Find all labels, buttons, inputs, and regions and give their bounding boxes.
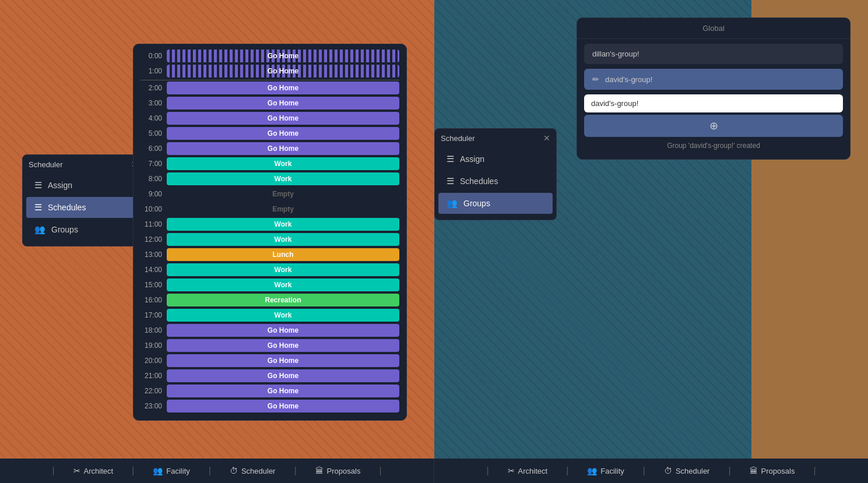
left-architect-item[interactable]: ✂ Architect xyxy=(69,466,118,475)
edit-icon[interactable]: ✏ xyxy=(592,75,599,84)
left-facility-item[interactable]: 👥 Facility xyxy=(148,466,194,475)
left-sep-4: | xyxy=(294,466,296,476)
schedule-block[interactable]: Go Home xyxy=(167,400,399,413)
left-sep-2: | xyxy=(132,466,134,476)
schedule-block[interactable]: Go Home xyxy=(167,339,399,352)
right-scheduler-label: Scheduler xyxy=(676,467,710,475)
right-sep-2: | xyxy=(566,466,568,476)
left-sep-5: | xyxy=(379,466,381,476)
left-proposals-item[interactable]: 🏛 Proposals xyxy=(311,466,366,475)
schedule-block[interactable]: Work xyxy=(167,309,399,322)
left-architect-label: Architect xyxy=(84,467,114,475)
left-scheduler-icon: ⏱ xyxy=(230,466,238,475)
schedule-block[interactable]: Go Home xyxy=(167,142,399,155)
right-scheduler-icon: ⏱ xyxy=(664,466,672,475)
left-proposals-icon: 🏛 xyxy=(315,466,324,475)
right-scheduler-header: Scheduler ✕ xyxy=(435,129,556,147)
right-architect-item[interactable]: ✂ Architect xyxy=(503,466,553,475)
schedules-icon: ☰ xyxy=(34,202,42,213)
schedule-block[interactable]: Recreation xyxy=(167,294,399,306)
schedule-row: 0:00Go Home xyxy=(140,49,399,63)
schedule-block[interactable]: Work xyxy=(167,278,399,291)
time-label: 15:00 xyxy=(140,281,167,289)
schedule-block[interactable]: Go Home xyxy=(167,65,399,77)
time-label: 11:00 xyxy=(140,220,167,228)
time-label: 14:00 xyxy=(140,266,167,274)
schedule-block[interactable]: Work xyxy=(167,157,399,170)
group-name-input[interactable] xyxy=(591,99,836,108)
time-label: 12:00 xyxy=(140,235,167,244)
group-item-dillan[interactable]: dillan's-group! xyxy=(584,44,843,64)
time-label: 23:00 xyxy=(140,402,167,410)
left-architect-icon: ✂ xyxy=(73,466,80,475)
right-proposals-label: Proposals xyxy=(761,467,795,475)
schedule-block[interactable]: Work xyxy=(167,218,399,231)
schedule-row: 21:00Go Home xyxy=(140,369,399,383)
schedule-block[interactable]: Go Home xyxy=(167,82,399,94)
right-scheduler-item[interactable]: ⏱ Scheduler xyxy=(659,466,715,475)
schedule-block[interactable]: Go Home xyxy=(167,112,399,125)
time-label: 2:00 xyxy=(140,84,167,92)
time-label: 13:00 xyxy=(140,251,167,259)
schedule-row: 9:00Empty xyxy=(140,187,399,201)
schedule-row: 14:00Work xyxy=(140,263,399,277)
left-menu-schedules[interactable]: ☰ Schedules xyxy=(26,197,140,218)
time-label: 1:00 xyxy=(140,67,167,75)
schedule-block[interactable]: Go Home xyxy=(167,127,399,140)
groups-status-message: Group 'david's-group!' created xyxy=(577,142,850,150)
schedule-block[interactable]: Go Home xyxy=(167,97,399,110)
time-label: 19:00 xyxy=(140,341,167,350)
left-scheduler-item[interactable]: ⏱ Scheduler xyxy=(225,466,280,475)
right-scheduler-close[interactable]: ✕ xyxy=(543,133,550,143)
time-label: 22:00 xyxy=(140,387,167,395)
schedule-block[interactable]: Go Home xyxy=(167,385,399,397)
left-menu-groups-label: Groups xyxy=(51,225,78,234)
schedule-block[interactable]: Go Home xyxy=(167,369,399,382)
left-scheduler-sidebar: Scheduler ✕ ☰ Assign ☰ Schedules 👥 Group… xyxy=(22,154,145,246)
time-label: 5:00 xyxy=(140,129,167,138)
groups-icon: 👥 xyxy=(34,224,45,235)
right-menu-assign[interactable]: ☰ Assign xyxy=(438,149,553,170)
right-sep-1: | xyxy=(486,466,489,476)
time-label: 6:00 xyxy=(140,144,167,153)
time-label: 7:00 xyxy=(140,160,167,168)
right-proposals-item[interactable]: 🏛 Proposals xyxy=(745,466,800,475)
schedule-row: 19:00Go Home xyxy=(140,339,399,352)
group-item-david[interactable]: ✏ david's-group! xyxy=(584,69,843,90)
schedule-block[interactable]: Go Home xyxy=(167,50,399,62)
schedule-row: 15:00Work xyxy=(140,278,399,292)
right-groups-icon: 👥 xyxy=(447,198,458,209)
assign-icon: ☰ xyxy=(34,180,42,191)
group-david-name: david's-group! xyxy=(605,75,652,84)
schedule-row: 3:00Go Home xyxy=(140,96,399,110)
right-facility-item[interactable]: 👥 Facility xyxy=(582,466,628,475)
schedule-block[interactable]: Empty xyxy=(167,203,399,216)
schedule-grid: 0:00Go Home1:00Go Home2:00Go Home3:00Go … xyxy=(133,44,406,414)
schedule-block[interactable]: Go Home xyxy=(167,354,399,367)
time-label: 9:00 xyxy=(140,190,167,198)
right-menu-schedules-label: Schedules xyxy=(460,177,498,186)
schedule-row: 10:00Empty xyxy=(140,202,399,216)
left-facility-icon: 👥 xyxy=(153,466,163,475)
schedule-block[interactable]: Go Home xyxy=(167,324,399,337)
bottom-bar: | ✂ Architect | 👥 Facility | ⏱ Scheduler… xyxy=(0,459,868,483)
schedule-row: 12:00Work xyxy=(140,232,399,246)
schedule-block[interactable]: Work xyxy=(167,263,399,276)
schedule-row: 2:00Go Home xyxy=(140,81,399,95)
schedule-block[interactable]: Lunch xyxy=(167,248,399,261)
schedule-block[interactable]: Work xyxy=(167,233,399,246)
left-menu-assign-label: Assign xyxy=(48,181,72,190)
schedule-row: 22:00Go Home xyxy=(140,384,399,398)
group-dillan-name: dillan's-group! xyxy=(592,50,639,58)
right-menu-schedules[interactable]: ☰ Schedules xyxy=(438,171,553,192)
add-icon: ⊕ xyxy=(709,119,718,132)
left-menu-assign[interactable]: ☰ Assign xyxy=(26,175,140,196)
right-schedules-icon: ☰ xyxy=(447,176,454,186)
groups-add-button[interactable]: ⊕ xyxy=(584,115,843,137)
left-menu-groups[interactable]: 👥 Groups xyxy=(26,219,140,240)
right-facility-label: Facility xyxy=(600,467,624,475)
schedule-block[interactable]: Work xyxy=(167,172,399,185)
left-menu-schedules-label: Schedules xyxy=(48,203,86,212)
schedule-block[interactable]: Empty xyxy=(167,188,399,200)
right-menu-groups[interactable]: 👥 Groups xyxy=(438,193,553,214)
